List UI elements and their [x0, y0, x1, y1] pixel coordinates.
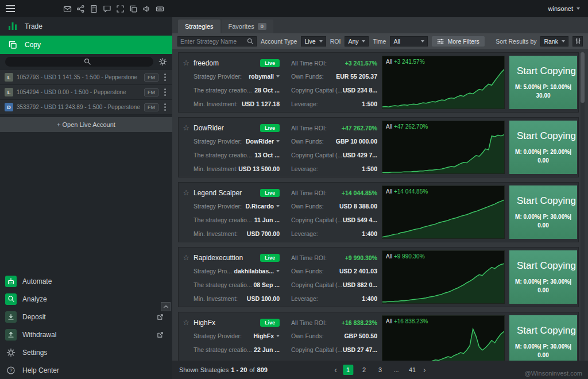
created-value: 22 Jun ... [254, 346, 280, 353]
keyboard-icon[interactable] [156, 5, 164, 13]
page-number[interactable]: ... [391, 365, 401, 375]
start-copying-button[interactable]: Start Copying M: 5.00%| P: 10.00%| 30.00 [509, 56, 577, 109]
account-type-select[interactable]: Live [301, 36, 326, 47]
provider-name: dakhilabbas... [234, 268, 274, 274]
expand-icon[interactable] [116, 5, 125, 13]
start-copying-button[interactable]: Start Copying M: 0.00%| P: 30.00%| 0.00 [509, 315, 577, 361]
open-live-account-button[interactable]: + Open Live Account [0, 117, 172, 132]
strategy-info-secondary: All Time ROI: +3 241.57% Own Funds: EUR … [280, 53, 377, 112]
roi-value: +9 990.30% [345, 254, 377, 261]
account-type-badge: L [5, 73, 13, 82]
live-badge: Live [260, 319, 280, 327]
favorite-star-icon[interactable]: ☆ [183, 253, 189, 262]
start-copying-label: Start Copying [509, 260, 577, 272]
chart-range-label: All [386, 318, 392, 324]
fees-line2: 0.00 [509, 286, 577, 295]
tab-label: Strategies [185, 23, 214, 30]
start-copying-button[interactable]: Start Copying M: 0.00%| P: 30.00%| 0.00 [509, 185, 577, 239]
collapse-up-button[interactable] [161, 302, 171, 311]
start-copying-label: Start Copying [509, 195, 577, 207]
favorite-star-icon[interactable]: ☆ [183, 188, 189, 197]
gear-icon[interactable] [158, 57, 167, 66]
sidebar-item-deposit[interactable]: Deposit [0, 308, 172, 326]
account-row[interactable]: L 1052793 - USD 1 141.35 - 1:500 - Peppe… [0, 70, 172, 85]
provider-dropdown[interactable]: HighFx [253, 332, 280, 339]
volume-icon[interactable] [142, 5, 151, 13]
provider-label: Strategy Provider: [194, 138, 242, 145]
next-page-button[interactable]: › [423, 365, 426, 374]
kebab-menu-icon[interactable] [162, 103, 168, 111]
strategy-name: Rapidexecuttion [194, 254, 243, 262]
favorite-star-icon[interactable]: ☆ [183, 59, 189, 67]
created-label: The strategy creatio... [194, 281, 252, 288]
strategy-search-field[interactable] [177, 36, 257, 47]
min-investment-value: USD 700.00 [247, 230, 280, 237]
sidebar-item-withdrawal[interactable]: Withdrawal [0, 326, 172, 343]
share-icon[interactable] [76, 5, 85, 13]
provider-dropdown[interactable]: DowRider [246, 138, 280, 145]
account-label: 1054294 - USD 0.00 - 1:500 - Pepperstone [17, 89, 141, 95]
favorite-star-icon[interactable]: ☆ [183, 123, 189, 132]
prev-page-button[interactable]: ‹ [334, 365, 337, 374]
chevron-down-icon [421, 40, 424, 42]
sidebar-item-analyze[interactable]: Analyze [0, 290, 172, 308]
kebab-menu-icon[interactable] [162, 88, 168, 96]
user-menu[interactable]: winsonet [172, 0, 588, 17]
fees-summary: M: 5.00%| P: 10.00%| 30.00 [509, 83, 577, 100]
calculator-icon[interactable] [90, 5, 98, 13]
roi-select[interactable]: Any [345, 36, 369, 47]
time-select[interactable]: All [390, 36, 428, 47]
view-options-button[interactable] [572, 36, 583, 47]
sort-select[interactable]: Rank [540, 36, 568, 47]
account-type-label: Account Type [261, 38, 297, 45]
created-value: 28 Oct ... [254, 87, 280, 94]
roi-chart: All +9 990.30% [382, 250, 505, 304]
roi-value: +47 262.70% [342, 125, 377, 132]
fm-button[interactable]: FM [144, 74, 158, 82]
strategy-search-input[interactable] [180, 38, 245, 45]
chat-icon[interactable] [103, 5, 111, 13]
roi-chart: All +14 044.85% [382, 185, 505, 239]
page-number[interactable]: 3 [375, 365, 385, 375]
account-row[interactable]: L 1054294 - USD 0.00 - 1:500 - Peppersto… [0, 85, 172, 100]
min-investment-value: USD 100.00 [247, 295, 280, 302]
chart-range-label: All [386, 59, 392, 65]
scrollbar-thumb[interactable] [581, 52, 585, 103]
filter-bar: Account Type Live ROI Any Time All More … [172, 33, 588, 49]
list-scrollbar[interactable] [581, 52, 585, 361]
sidebar-item-help-center[interactable]: ? Help Center [0, 361, 172, 379]
mail-icon[interactable] [63, 5, 72, 13]
roi-value: +16 838.23% [342, 319, 377, 326]
sidebar-item-settings[interactable]: Settings [0, 343, 172, 361]
copy-windows-icon[interactable] [129, 5, 138, 13]
sidebar-item-trade[interactable]: Trade [0, 17, 172, 36]
page-number[interactable]: 41 [407, 365, 417, 375]
provider-dropdown[interactable]: D.Ricardo [245, 203, 280, 210]
fees-line1: M: 0.00%| P: 30.00%| [509, 212, 577, 221]
account-search-input[interactable] [5, 58, 153, 68]
tab-strategies[interactable]: Strategies [178, 20, 220, 33]
live-badge: Live [260, 254, 280, 262]
fm-button[interactable]: FM [144, 103, 158, 111]
more-filters-button[interactable]: More Filters [432, 36, 484, 47]
provider-dropdown[interactable]: robymall [249, 73, 280, 80]
page-number[interactable]: 1 [343, 365, 353, 375]
account-row[interactable]: D 3533792 - USD 11 243.89 - 1:500 - Pepp… [0, 100, 172, 115]
page-number[interactable]: 2 [359, 365, 369, 375]
roi-label: All Time ROI: [291, 254, 327, 261]
sidebar-item-copy[interactable]: Copy [0, 36, 172, 54]
start-copying-button[interactable]: Start Copying M: 0.00%| P: 30.00%| 0.00 [509, 250, 577, 304]
gear-icon [5, 347, 17, 358]
favorite-star-icon[interactable]: ☆ [183, 318, 189, 327]
provider-dropdown[interactable]: dakhilabbas... [234, 268, 280, 274]
account-search-field[interactable] [5, 57, 153, 67]
sidebar-item-automate[interactable]: Automate [0, 272, 172, 290]
chart-roi-value: +14 044.85% [394, 188, 428, 195]
tab-favorites[interactable]: Favorites 0 [222, 20, 273, 33]
min-investment-label: Min. Investment: [194, 230, 238, 237]
fm-button[interactable]: FM [144, 88, 158, 96]
kebab-menu-icon[interactable] [162, 74, 168, 81]
start-copying-button[interactable]: Start Copying M: 0.00%| P: 20.00%| 0.00 [509, 121, 577, 174]
created-label: The strategy creatio... [194, 87, 252, 94]
menu-icon[interactable] [6, 5, 15, 12]
